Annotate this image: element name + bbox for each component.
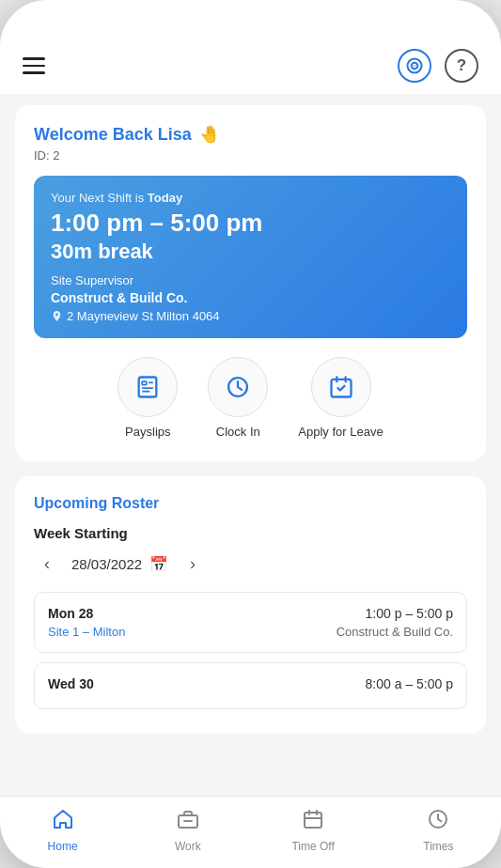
shift-company: Construct & Build Co. bbox=[51, 290, 450, 305]
shift-next-label: Your Next Shift is Today bbox=[51, 191, 450, 205]
welcome-row: Welcome Back Lisa 🤚 bbox=[34, 124, 467, 145]
roster-company-0: Construct & Build Co. bbox=[337, 625, 453, 639]
svg-rect-3 bbox=[139, 378, 157, 397]
roster-day-1: Wed 30 bbox=[48, 676, 94, 691]
times-icon bbox=[427, 808, 449, 836]
clock-in-label: Clock In bbox=[216, 425, 260, 439]
welcome-text: Welcome Back Lisa bbox=[34, 125, 192, 145]
svg-rect-14 bbox=[305, 813, 321, 828]
logo-icon bbox=[398, 49, 431, 83]
clock-in-icon bbox=[225, 374, 251, 400]
apply-leave-label: Apply for Leave bbox=[298, 425, 383, 439]
home-icon bbox=[52, 808, 74, 836]
next-week-button[interactable]: › bbox=[180, 550, 206, 577]
payslips-icon bbox=[134, 374, 161, 400]
apply-leave-action[interactable]: Apply for Leave bbox=[298, 357, 383, 439]
roster-site-0: Site 1 – Milton bbox=[48, 625, 125, 639]
shift-role: Site Supervisor bbox=[51, 273, 450, 287]
quick-actions: Payslips Clock In bbox=[34, 357, 467, 439]
calendar-icon[interactable]: 📅 bbox=[149, 555, 168, 573]
roster-row[interactable]: Wed 30 8:00 a – 5:00 p bbox=[34, 662, 467, 709]
help-icon[interactable]: ? bbox=[445, 49, 478, 83]
hamburger-menu-button[interactable] bbox=[23, 57, 45, 74]
shift-card: Your Next Shift is Today 1:00 pm – 5:00 … bbox=[34, 176, 467, 338]
nav-home[interactable]: Home bbox=[0, 804, 125, 853]
nav-times[interactable]: Times bbox=[376, 804, 501, 853]
payslips-label: Payslips bbox=[125, 425, 170, 439]
roster-time-0: 1:00 p – 5:00 p bbox=[366, 606, 453, 621]
date-display: 28/03/2022 📅 bbox=[71, 555, 168, 573]
apply-leave-circle bbox=[311, 357, 371, 417]
svg-rect-4 bbox=[142, 381, 147, 385]
bottom-nav: Home Work Time Off bbox=[0, 796, 501, 868]
nav-work-label: Work bbox=[175, 840, 201, 853]
wave-icon: 🤚 bbox=[199, 124, 220, 145]
clock-in-action[interactable]: Clock In bbox=[208, 357, 268, 439]
shift-time: 1:00 pm – 5:00 pm bbox=[51, 209, 450, 238]
roster-time-1: 8:00 a – 5:00 p bbox=[366, 676, 453, 691]
roster-day-0: Mon 28 bbox=[48, 606, 93, 621]
payslips-action[interactable]: Payslips bbox=[117, 357, 178, 439]
main-content-card: Welcome Back Lisa 🤚 ID: 2 Your Next Shif… bbox=[15, 105, 486, 461]
phone-frame: ? Welcome Back Lisa 🤚 ID: 2 Your Next Sh… bbox=[0, 0, 501, 868]
nav-timeoff-label: Time Off bbox=[291, 840, 334, 853]
roster-section: Upcoming Roster Week Starting ‹ 28/03/20… bbox=[15, 476, 486, 734]
date-nav: ‹ 28/03/2022 📅 › bbox=[34, 550, 467, 577]
nav-times-label: Times bbox=[423, 840, 453, 853]
user-id: ID: 2 bbox=[34, 148, 467, 163]
payslips-circle bbox=[117, 357, 178, 417]
roster-row[interactable]: Mon 28 1:00 p – 5:00 p Site 1 – Milton C… bbox=[34, 592, 467, 653]
nav-work[interactable]: Work bbox=[125, 804, 250, 853]
location-pin-icon bbox=[51, 310, 63, 322]
prev-week-button[interactable]: ‹ bbox=[34, 550, 60, 577]
roster-title: Upcoming Roster bbox=[34, 495, 467, 512]
clock-in-circle bbox=[208, 357, 268, 417]
top-nav-right: ? bbox=[398, 49, 478, 83]
shift-location: 2 Mayneview St Milton 4064 bbox=[51, 309, 450, 323]
nav-timeoff[interactable]: Time Off bbox=[251, 804, 376, 853]
current-date: 28/03/2022 bbox=[71, 556, 142, 572]
scroll-area: Welcome Back Lisa 🤚 ID: 2 Your Next Shif… bbox=[0, 94, 501, 796]
shift-break: 30m break bbox=[51, 240, 450, 264]
nav-home-label: Home bbox=[48, 840, 78, 853]
timeoff-icon bbox=[302, 808, 324, 836]
apply-leave-icon bbox=[328, 374, 354, 400]
status-bar bbox=[0, 0, 501, 41]
week-label: Week Starting bbox=[34, 525, 467, 541]
work-icon bbox=[177, 808, 199, 836]
top-nav: ? bbox=[0, 41, 501, 94]
svg-point-2 bbox=[414, 65, 415, 67]
